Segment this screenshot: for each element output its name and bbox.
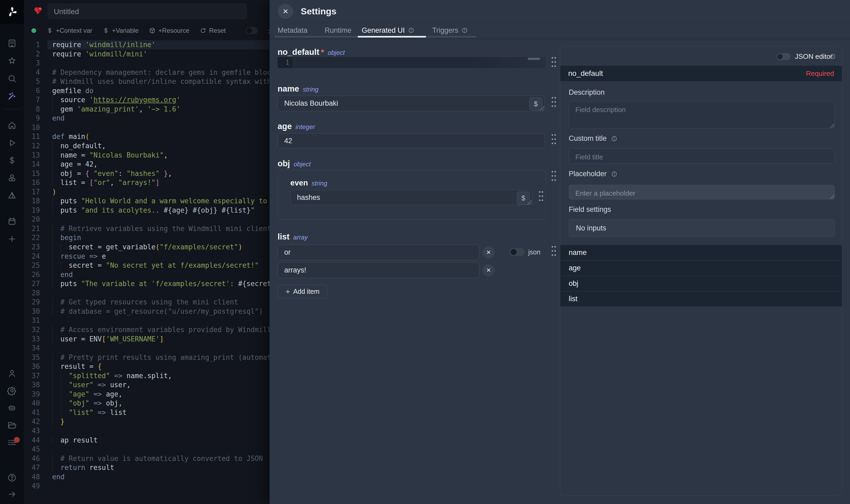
code-editor[interactable]: 1require 'windmill/inline'2require 'wind… <box>24 39 270 504</box>
tab-metadata[interactable]: Metadata <box>277 23 308 38</box>
code-line[interactable]: 49 <box>24 481 270 491</box>
code-line[interactable]: 2require 'windmill/mini' <box>24 50 270 59</box>
remove-item-icon[interactable]: ✕ <box>483 247 495 259</box>
code-line[interactable]: 14 age = 42, <box>24 160 270 169</box>
sidebar-item-calendar-icon[interactable] <box>0 213 24 230</box>
tab-runtime[interactable]: Runtime <box>325 23 351 38</box>
code-line[interactable]: 7 source 'https://rubygems.org' <box>24 95 270 105</box>
sidebar-item-robot-icon[interactable] <box>0 399 24 417</box>
code-line[interactable]: 5# Windmill uses bundler/inline compatib… <box>24 77 270 86</box>
no-default-json-input[interactable]: 1 <box>277 57 546 68</box>
code-line[interactable]: 33 user = ENV['WM_USERNAME'] <box>24 335 270 344</box>
json-editor-scrollbar[interactable] <box>528 58 540 60</box>
code-line[interactable]: 37 "splitted" => name.split, <box>24 371 270 380</box>
resize-grip[interactable] <box>829 194 834 199</box>
code-line[interactable]: 38 "user" => user, <box>24 380 270 390</box>
info-icon[interactable] <box>611 136 617 142</box>
sidebar-item-magic-wand-icon[interactable] <box>0 87 24 105</box>
code-line[interactable]: 34 <box>24 344 270 353</box>
code-line[interactable]: 45 <box>24 445 270 454</box>
code-line[interactable]: 27 puts "The variable at 'f/examples/sec… <box>24 279 270 288</box>
description-textarea[interactable]: Field description <box>569 101 835 128</box>
code-line[interactable]: 32 # Access environment variables provid… <box>24 325 270 335</box>
sidebar-item-arrow-right-icon[interactable] <box>0 485 24 503</box>
code-line[interactable]: 16 list = ["or", "arrays!"] <box>24 178 270 187</box>
code-line[interactable]: 15 obj = { "even": "hashes" }, <box>24 169 270 178</box>
name-input[interactable]: Nicolas Bourbaki $ <box>277 95 545 111</box>
code-line[interactable]: 28 <box>24 288 270 298</box>
reset-button[interactable]: Reset <box>200 27 226 34</box>
code-line[interactable]: 22 begin <box>24 233 270 242</box>
sidebar-item-dollar-icon[interactable] <box>0 152 24 169</box>
code-line[interactable]: 12 no_default, <box>24 141 270 150</box>
code-line[interactable]: 25 secret = "No secret yet at f/examples… <box>24 261 270 270</box>
code-line[interactable]: 11def main( <box>24 132 270 141</box>
placeholder-input[interactable]: Enter a placeholder <box>569 185 835 200</box>
json-mode-toggle[interactable] <box>510 248 525 256</box>
sidebar-item-gear-icon[interactable] <box>0 382 24 399</box>
code-line[interactable]: 46 # Return value is automatically conve… <box>24 454 270 463</box>
age-input[interactable]: 42 <box>277 133 545 148</box>
list-item-input[interactable]: arrays! <box>277 263 479 278</box>
inspector-row-age[interactable]: age <box>560 260 842 276</box>
tab-generated-ui[interactable]: Generated UI <box>362 23 414 38</box>
code-line[interactable]: 43 <box>24 426 270 436</box>
drag-handle-icon[interactable] <box>549 132 558 146</box>
resize-grip[interactable] <box>829 123 834 128</box>
sidebar-item-apps-icon[interactable] <box>0 35 24 52</box>
json-editor-toggle[interactable] <box>777 53 790 60</box>
code-line[interactable]: 36 result = { <box>24 362 270 371</box>
dollar-variable-button[interactable]: $ <box>529 97 542 110</box>
code-line[interactable]: 17) <box>24 187 270 197</box>
context-var-button[interactable]: +Context var <box>46 27 92 34</box>
code-line[interactable]: 20 <box>24 215 270 224</box>
add-item-button[interactable]: + Add item <box>277 285 328 298</box>
code-line[interactable]: 39 "age" => age, <box>24 390 270 399</box>
tab-triggers[interactable]: Triggers <box>432 23 468 38</box>
code-line[interactable]: 47 return result <box>24 463 270 472</box>
sidebar-item-star-icon[interactable] <box>0 52 24 70</box>
code-line[interactable]: 23 secret = get_variable("f/examples/sec… <box>24 242 270 252</box>
code-line[interactable]: 8 gem 'amazing_print', '~> 1.6' <box>24 105 270 114</box>
variable-button[interactable]: +Variable <box>103 27 139 34</box>
sidebar-item-cubes-icon[interactable] <box>0 169 24 187</box>
code-line[interactable]: 31 <box>24 316 270 325</box>
info-icon[interactable] <box>830 53 836 60</box>
code-line[interactable]: 35 # Pretty print results using amazing_… <box>24 353 270 362</box>
sidebar-item-plus-icon[interactable] <box>0 230 24 248</box>
code-line[interactable]: 4# Dependency management: declare gems i… <box>24 68 270 77</box>
code-line[interactable]: 3 <box>24 58 270 68</box>
code-line[interactable]: 21 # Retrieve variables using the Windmi… <box>24 224 270 233</box>
list-item-input[interactable]: or <box>277 245 479 260</box>
code-line[interactable]: 6gemfile do <box>24 86 270 95</box>
code-line[interactable]: 26 end <box>24 270 270 280</box>
code-line[interactable]: 10 <box>24 123 270 132</box>
code-line[interactable]: 40 "obj" => obj, <box>24 399 270 408</box>
sidebar-item-pyramid-icon[interactable] <box>0 187 24 204</box>
sidebar-item-folder-icon[interactable] <box>0 416 24 434</box>
drag-handle-icon[interactable] <box>549 55 558 69</box>
drag-handle-icon[interactable] <box>549 169 558 183</box>
diff-toggle[interactable] <box>246 27 258 34</box>
info-icon[interactable] <box>462 27 468 34</box>
code-line[interactable]: 30 # database = get_resource("u/user/my_… <box>24 307 270 316</box>
sidebar-item-help-icon[interactable] <box>0 469 24 486</box>
code-line[interactable]: 1require 'windmill/inline' <box>24 40 270 50</box>
drag-handle-icon[interactable] <box>549 244 558 258</box>
sidebar-item-home-icon[interactable] <box>0 116 24 134</box>
code-line[interactable]: 42 } <box>24 417 270 426</box>
code-line[interactable]: 24 rescue => e <box>24 252 270 261</box>
sidebar-item-search-icon[interactable] <box>0 70 24 87</box>
code-line[interactable]: 13 name = "Nicolas Bourbaki", <box>24 150 270 160</box>
custom-title-input[interactable]: Field title <box>569 148 835 164</box>
inspector-row-obj[interactable]: obj <box>560 276 842 291</box>
sidebar-item-play-icon[interactable] <box>0 134 24 152</box>
windmill-logo-icon[interactable] <box>0 0 24 24</box>
dollar-variable-button[interactable]: $ <box>517 192 530 205</box>
selected-field-row[interactable]: no_default Required <box>560 66 842 81</box>
sidebar-item-user-icon[interactable] <box>0 364 24 382</box>
close-icon[interactable]: ✕ <box>278 4 293 19</box>
info-icon[interactable] <box>408 27 414 34</box>
code-line[interactable]: 19 puts "and its acolytes.. #{age} #{obj… <box>24 206 270 215</box>
code-line[interactable]: 18 puts "Hello World and a warm welcome … <box>24 196 270 206</box>
